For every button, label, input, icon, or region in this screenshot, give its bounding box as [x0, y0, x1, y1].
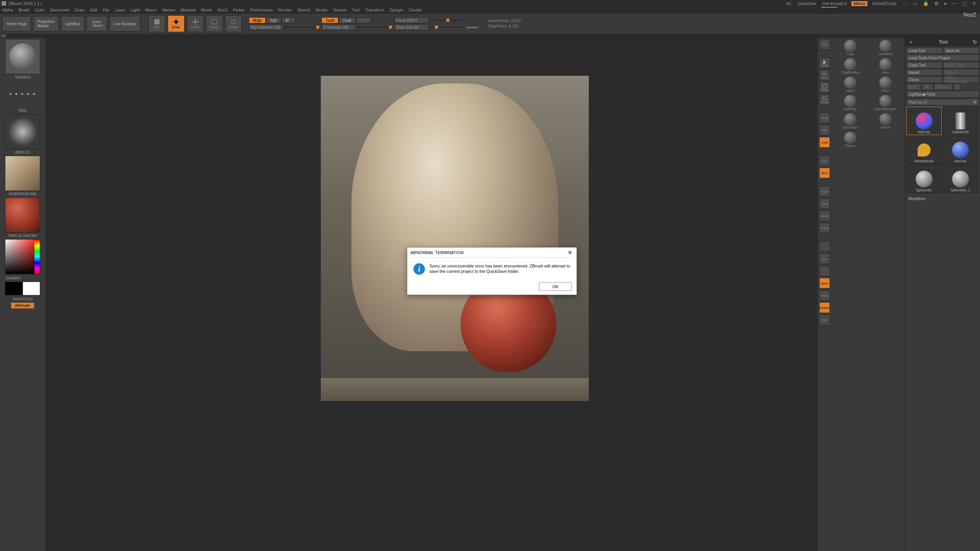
menu-texture[interactable]: Texture — [333, 8, 346, 12]
menu-brush[interactable]: Brush — [18, 8, 29, 12]
bg-color[interactable] — [23, 282, 40, 295]
fg-bg-swatches[interactable] — [5, 282, 40, 295]
quicksave-button[interactable]: QuickSave — [796, 1, 818, 7]
dialog-close-button[interactable]: ✕ — [567, 249, 573, 256]
zsub-button[interactable]: Zsub — [338, 17, 355, 23]
import-button[interactable]: Import — [906, 69, 942, 76]
menu-zplugin[interactable]: Zplugin — [389, 8, 403, 12]
focal-shift-track[interactable] — [430, 20, 465, 21]
zoom3d-button[interactable]: Zoom3D — [819, 210, 830, 221]
aahalf-button[interactable]: AAHalf — [819, 94, 830, 105]
tool-thumb-simplebrush[interactable]: SimpleBrush — [906, 136, 942, 164]
menu-preferences[interactable]: Preferences — [250, 8, 273, 12]
folder-button[interactable]: Folder — [819, 290, 830, 301]
switchcolor-button[interactable]: SwitchColor — [5, 296, 40, 302]
save-as-button[interactable]: Save As — [943, 47, 979, 54]
edit-button[interactable]: Edit — [149, 15, 165, 32]
frame-button[interactable]: Frame — [819, 186, 830, 197]
fg-color[interactable] — [5, 282, 23, 295]
brush-planar[interactable]: Planar — [868, 112, 903, 130]
menu-alpha[interactable]: Alpha — [2, 8, 13, 12]
rotate-button[interactable]: Rotate — [225, 15, 242, 32]
brush-claybuildup[interactable]: ClayBuildup — [833, 57, 867, 75]
dialog-titlebar[interactable]: ABNORMAL TERMINATION ✕ — [407, 248, 577, 258]
seethrough-slider[interactable]: See-through 0 — [821, 1, 848, 7]
home-page-button[interactable]: Home Page — [2, 16, 31, 31]
brush-pinch[interactable]: Pinch — [868, 76, 903, 93]
texture-selector[interactable]: 0edb858d6c9db — [5, 156, 40, 197]
tool-thumb-sphere3d1[interactable]: Sphere3D_1 — [942, 165, 978, 193]
paste-tool-button[interactable]: Paste Tool — [943, 62, 979, 68]
help-icon[interactable]: ● — [941, 0, 949, 7]
menu-material[interactable]: Material — [181, 8, 196, 12]
menu-movie[interactable]: Movie — [201, 8, 212, 12]
spix-button[interactable]: SPix — [819, 39, 830, 50]
scroll-button[interactable]: Scroll — [819, 57, 830, 68]
color-picker[interactable] — [5, 239, 40, 274]
brush-flatten[interactable]: Flatten — [833, 131, 867, 148]
move3d-button[interactable]: Move — [819, 198, 830, 209]
mrgb-button[interactable]: Mrgb — [249, 17, 266, 23]
menu-transform[interactable]: Transform — [365, 8, 384, 12]
maximize-icon[interactable]: ▢ — [960, 0, 969, 7]
menu-marker[interactable]: Marker — [162, 8, 175, 12]
draw-size-track[interactable] — [430, 27, 465, 28]
menu-color[interactable]: Color — [35, 8, 45, 12]
move-button[interactable]: Move — [187, 15, 204, 32]
tool-thumb-matcap2[interactable]: MatCap — [942, 136, 978, 164]
zcut-button[interactable]: Zcut — [356, 17, 371, 23]
tool-thumb-matcap[interactable]: MatCap — [906, 107, 942, 135]
modifiers-section[interactable]: Modifiers — [905, 194, 980, 203]
liveboolean-button[interactable]: Live Boolean — [109, 16, 140, 31]
xpose-button[interactable]: Xpose — [819, 278, 830, 289]
menus-button[interactable]: Menus — [851, 1, 867, 6]
menu-document[interactable]: Document — [50, 8, 69, 12]
solo-button[interactable]: Solo — [819, 253, 830, 264]
load-from-project-button[interactable]: Load Tools From Project — [906, 54, 979, 61]
ghost-button[interactable] — [819, 266, 830, 276]
stroke-selector[interactable]: Dots — [5, 81, 40, 113]
local-button[interactable]: Local — [819, 137, 830, 148]
quicksketch-button[interactable]: Quick Sketch — [87, 16, 107, 31]
screen-icon[interactable]: ⬚ — [901, 0, 910, 7]
z-intensity-track[interactable] — [358, 27, 392, 28]
screen2-icon[interactable]: ▭ — [911, 0, 920, 7]
dynamic-button[interactable]: Dynamic — [819, 302, 830, 313]
clone-button[interactable]: Clone — [906, 76, 942, 83]
transp-button[interactable] — [819, 241, 830, 252]
tool-thumb-sphere3d[interactable]: Sphere3D — [906, 165, 942, 193]
lsym-button[interactable]: LSym — [819, 155, 830, 166]
dialog-ok-button[interactable]: OK — [539, 282, 572, 291]
brush-softclay[interactable]: SoftClay — [833, 94, 867, 112]
tool-panel-header[interactable]: Tool ↻ — [905, 37, 980, 46]
refresh-icon[interactable]: ↻ — [973, 39, 977, 45]
zoom-button[interactable]: Zoom — [819, 70, 830, 80]
brush-claytubes[interactable]: ClayTubes — [833, 112, 867, 130]
rgb-intensity-slider[interactable]: Rgb Intensity 100 — [249, 24, 283, 30]
goz-visible-button[interactable]: Visible — [934, 83, 953, 90]
goz-all-button[interactable]: All — [922, 83, 933, 90]
brush-layer[interactable]: Layer — [868, 57, 903, 75]
brush-damstandard[interactable]: DamStandard — [868, 94, 903, 112]
draw-button[interactable]: Draw — [168, 15, 185, 32]
rgb-button[interactable]: Rgb — [266, 17, 281, 23]
brush-selector[interactable]: Standard — [5, 39, 40, 80]
menu-draw[interactable]: Draw — [75, 8, 85, 12]
menu-stencil[interactable]: Stencil — [297, 8, 310, 12]
actual-button[interactable]: Actual — [819, 82, 830, 93]
defaultzscript-button[interactable]: DefaultZScript — [871, 1, 898, 7]
lightbox-button[interactable]: LightBox — [61, 16, 84, 31]
export-button[interactable]: Export — [943, 69, 979, 76]
lock-icon[interactable]: 🔒 — [921, 0, 931, 7]
draw-size-slider[interactable]: Draw Size 64 — [394, 24, 429, 30]
goz-r-button[interactable]: R — [953, 83, 961, 90]
tool-thumb-cylinder[interactable]: Cylinder3D — [942, 107, 978, 135]
document-tabstrip[interactable] — [0, 34, 980, 37]
rotate3d-button[interactable]: Rotate — [819, 223, 830, 233]
rgb-intensity-track[interactable] — [285, 27, 319, 28]
menu-zscript[interactable]: Zscript — [408, 8, 421, 12]
menu-picker[interactable]: Picker — [233, 8, 245, 12]
gradient-toggle[interactable]: Gradient — [5, 275, 40, 281]
lightbox-tools-button[interactable]: Lightbox▶Tools — [906, 91, 979, 98]
menu-stroke[interactable]: Stroke — [315, 8, 328, 12]
